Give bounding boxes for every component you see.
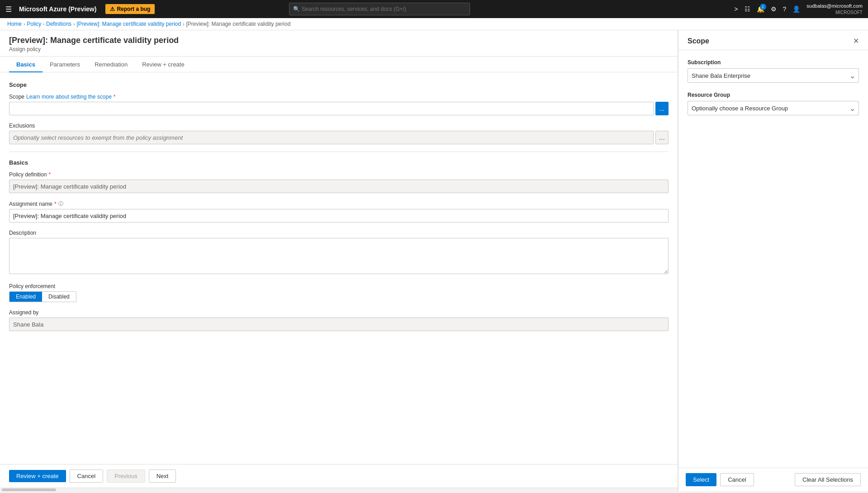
user-info: sudbalas@microsoft.com MICROSOFT xyxy=(806,3,863,15)
main-layout: [Preview]: Manage certificate validity p… xyxy=(0,30,868,491)
assignment-name-input[interactable] xyxy=(9,209,669,223)
policy-definition-label: Policy definition * xyxy=(9,171,669,178)
scope-section-title: Scope xyxy=(9,81,669,88)
user-company: MICROSOFT xyxy=(806,9,863,15)
breadcrumb-current: [Preview]: Manage certificate validity p… xyxy=(186,21,291,27)
scope-select-button[interactable]: Select xyxy=(686,473,716,486)
portal-icon[interactable]: ☷ xyxy=(745,5,750,13)
nav-icons: > ☷ 🔔 1 ⚙ ? 👤 sudbalas@microsoft.com MIC… xyxy=(734,3,863,15)
tab-review-create[interactable]: Review + create xyxy=(135,57,192,72)
policy-enforcement-toggle: Enabled Disabled xyxy=(9,291,76,302)
assignment-name-required: * xyxy=(54,201,57,207)
scope-panel-title: Scope xyxy=(688,37,709,45)
resource-group-label: Resource Group xyxy=(688,92,859,98)
description-input[interactable] xyxy=(9,238,669,274)
tab-remediation[interactable]: Remediation xyxy=(87,57,135,72)
breadcrumb-home[interactable]: Home xyxy=(7,21,22,27)
resource-group-select[interactable]: Optionally choose a Resource Group xyxy=(688,101,859,115)
brand-name: Microsoft Azure (Preview) xyxy=(19,5,96,13)
search-input[interactable] xyxy=(302,6,466,12)
scope-cancel-button[interactable]: Cancel xyxy=(720,473,754,486)
left-panel: [Preview]: Manage certificate validity p… xyxy=(0,30,678,491)
scope-input-row: ... xyxy=(9,102,669,115)
report-bug-button[interactable]: ⚠ Report a bug xyxy=(105,4,155,14)
scope-field-label: Scope Learn more about setting the scope… xyxy=(9,94,669,100)
page-header: [Preview]: Manage certificate validity p… xyxy=(0,30,678,57)
clear-all-button[interactable]: Clear All Selections xyxy=(795,473,861,486)
exclusions-input[interactable] xyxy=(9,131,654,144)
enabled-toggle[interactable]: Enabled xyxy=(9,292,42,302)
horizontal-scrollbar[interactable] xyxy=(0,488,678,491)
cancel-button[interactable]: Cancel xyxy=(70,469,103,483)
notification-badge: 1 xyxy=(760,4,766,10)
assignment-name-info-icon[interactable]: ⓘ xyxy=(58,200,63,207)
disabled-toggle[interactable]: Disabled xyxy=(42,292,76,302)
scope-bottom-bar: Select Cancel Clear All Selections xyxy=(678,468,868,491)
search-bar: 🔍 xyxy=(289,3,470,15)
search-icon: 🔍 xyxy=(293,6,300,12)
assigned-by-label: Assigned by xyxy=(9,309,669,316)
bug-icon: ⚠ xyxy=(110,6,115,12)
settings-icon[interactable]: ⚙ xyxy=(771,5,777,13)
assignment-name-field-group: Assignment name * ⓘ xyxy=(9,200,669,223)
exclusions-browse-button[interactable]: … xyxy=(655,131,669,144)
left-bottom-bar: Review + create Cancel Previous Next xyxy=(0,464,678,488)
description-label: Description xyxy=(9,230,669,236)
resource-group-field-group: Resource Group Optionally choose a Resou… xyxy=(688,92,859,115)
terminal-icon[interactable]: > xyxy=(734,5,738,13)
resource-group-select-wrapper: Optionally choose a Resource Group ⌄ xyxy=(688,101,859,115)
hamburger-icon[interactable]: ☰ xyxy=(5,5,12,14)
breadcrumb-chevron-3: › xyxy=(183,22,184,27)
breadcrumb: Home › Policy - Definitions › [Preview]:… xyxy=(0,18,868,30)
exclusions-label: Exclusions xyxy=(9,123,669,129)
scope-required: * xyxy=(114,94,116,100)
policy-enforcement-label: Policy enforcement xyxy=(9,283,669,289)
policy-definition-input xyxy=(9,180,669,193)
scope-input[interactable] xyxy=(9,102,654,115)
form-area: Scope Scope Learn more about setting the… xyxy=(0,72,678,464)
review-create-button[interactable]: Review + create xyxy=(9,470,66,482)
subscription-field-group: Subscription Shane Bala Enterprise ⌄ xyxy=(688,59,859,83)
scope-browse-button[interactable]: ... xyxy=(655,102,669,115)
breadcrumb-chevron-1: › xyxy=(24,22,25,27)
assignment-name-label: Assignment name * ⓘ xyxy=(9,200,669,207)
policy-definition-required: * xyxy=(48,171,51,178)
assigned-by-field-group: Assigned by xyxy=(9,309,669,331)
page-title: [Preview]: Manage certificate validity p… xyxy=(9,36,669,45)
exclusions-input-row: … xyxy=(9,131,669,144)
subscription-select-wrapper: Shane Bala Enterprise ⌄ xyxy=(688,68,859,83)
scope-panel: Scope ✕ Subscription Shane Bala Enterpri… xyxy=(678,30,868,491)
form-divider-1 xyxy=(9,152,669,152)
next-button[interactable]: Next xyxy=(149,469,176,483)
subscription-select[interactable]: Shane Bala Enterprise xyxy=(688,68,859,83)
breadcrumb-preview-manage[interactable]: [Preview]: Manage certificate validity p… xyxy=(76,21,181,27)
breadcrumb-policy-definitions[interactable]: Policy - Definitions xyxy=(27,21,71,27)
scope-actions: Select Cancel xyxy=(686,473,754,486)
user-avatar-icon[interactable]: 👤 xyxy=(792,5,800,13)
scope-panel-header: Scope ✕ xyxy=(678,30,868,50)
tab-parameters[interactable]: Parameters xyxy=(43,57,87,72)
policy-definition-field-group: Policy definition * xyxy=(9,171,669,193)
breadcrumb-chevron-2: › xyxy=(73,22,75,27)
exclusions-field-group: Exclusions … xyxy=(9,123,669,144)
tab-basics[interactable]: Basics xyxy=(9,57,43,72)
help-icon[interactable]: ? xyxy=(783,5,787,13)
assigned-by-input xyxy=(9,318,669,331)
previous-button: Previous xyxy=(107,469,145,483)
basics-section-title: Basics xyxy=(9,159,669,166)
scope-field-group: Scope Learn more about setting the scope… xyxy=(9,94,669,115)
scroll-thumb xyxy=(2,488,56,491)
tabs: Basics Parameters Remediation Review + c… xyxy=(0,57,678,72)
scope-learn-more-link[interactable]: Learn more about setting the scope xyxy=(26,94,112,100)
policy-enforcement-field-group: Policy enforcement Enabled Disabled xyxy=(9,283,669,302)
subscription-label: Subscription xyxy=(688,59,859,66)
notification-icon[interactable]: 🔔 1 xyxy=(757,5,764,13)
description-field-group: Description xyxy=(9,230,669,276)
top-nav: ☰ Microsoft Azure (Preview) ⚠ Report a b… xyxy=(0,0,868,18)
scope-form: Subscription Shane Bala Enterprise ⌄ Res… xyxy=(678,50,868,468)
page-subtitle: Assign policy xyxy=(9,46,669,52)
scope-close-button[interactable]: ✕ xyxy=(853,37,859,45)
user-email: sudbalas@microsoft.com xyxy=(806,3,863,9)
